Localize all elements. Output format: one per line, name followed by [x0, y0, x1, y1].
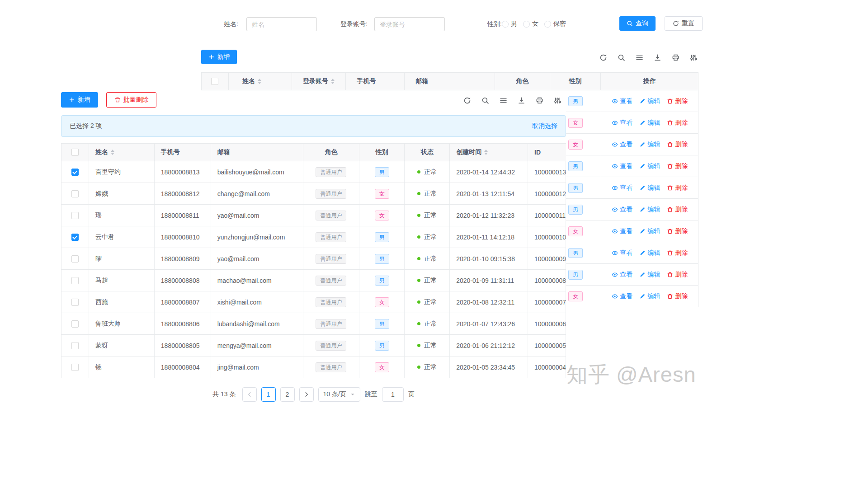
- account-input[interactable]: [374, 17, 445, 31]
- radio-option-secret[interactable]: 保密: [544, 20, 566, 28]
- edit-action[interactable]: 编辑: [639, 292, 660, 300]
- gender-tag: 女: [568, 140, 583, 150]
- delete-action[interactable]: 删除: [667, 271, 688, 279]
- delete-action[interactable]: 删除: [667, 141, 688, 149]
- col-account: 登录账号: [303, 77, 328, 85]
- radio-option-female[interactable]: 女: [523, 20, 538, 28]
- view-action[interactable]: 查看: [612, 206, 632, 214]
- row-checkbox[interactable]: [71, 320, 79, 328]
- select-all-checkbox[interactable]: [211, 78, 218, 85]
- delete-action[interactable]: 删除: [667, 227, 688, 235]
- action-label: 查看: [620, 227, 632, 235]
- row-checkbox[interactable]: [71, 190, 79, 197]
- view-action[interactable]: 查看: [612, 292, 632, 300]
- delete-action[interactable]: 删除: [667, 249, 688, 257]
- delete-action[interactable]: 删除: [667, 162, 688, 170]
- row-checkbox[interactable]: [71, 169, 79, 176]
- view-action[interactable]: 查看: [612, 249, 632, 257]
- table-row: 鲁班大师 18800008806 lubandashi@mail.com 普通用…: [61, 313, 566, 335]
- col-email: 邮箱: [405, 73, 495, 90]
- status-text: 正常: [424, 320, 437, 328]
- search-icon[interactable]: [481, 97, 489, 104]
- row-checkbox[interactable]: [71, 255, 79, 263]
- edit-action[interactable]: 编辑: [639, 227, 660, 235]
- print-icon[interactable]: [536, 97, 543, 104]
- row-actions: 查看编辑删除: [601, 220, 698, 242]
- row-checkbox[interactable]: [71, 364, 79, 371]
- cell-id: 100000008: [528, 270, 566, 291]
- row-checkbox[interactable]: [71, 299, 79, 306]
- radio-secret-icon[interactable]: [544, 21, 551, 28]
- delete-action[interactable]: 删除: [667, 97, 688, 105]
- delete-action[interactable]: 删除: [667, 292, 688, 300]
- edit-action[interactable]: 编辑: [639, 206, 660, 214]
- sort-icon[interactable]: [258, 79, 261, 84]
- print-icon[interactable]: [672, 54, 679, 61]
- edit-icon: [639, 206, 646, 213]
- edit-action[interactable]: 编辑: [639, 97, 660, 105]
- delete-action[interactable]: 删除: [667, 206, 688, 214]
- delete-action[interactable]: 删除: [667, 119, 688, 127]
- search-icon[interactable]: [618, 54, 625, 61]
- batch-delete-button[interactable]: 批量删除: [106, 92, 156, 108]
- sort-icon[interactable]: [331, 79, 335, 84]
- row-checkbox[interactable]: [71, 212, 79, 219]
- page-button-1[interactable]: 1: [261, 387, 276, 402]
- download-icon[interactable]: [518, 97, 525, 104]
- status-text: 正常: [424, 168, 437, 176]
- page-button-2[interactable]: 2: [280, 387, 295, 402]
- row-checkbox[interactable]: [71, 342, 79, 349]
- watermark: 知乎 @Aresn: [566, 361, 696, 389]
- cell-phone: 18800008807: [155, 291, 211, 313]
- action-label: 查看: [620, 184, 632, 192]
- action-label: 查看: [620, 249, 632, 257]
- refresh-icon[interactable]: [463, 97, 471, 104]
- edit-action[interactable]: 编辑: [639, 184, 660, 192]
- view-action[interactable]: 查看: [612, 271, 632, 279]
- view-action[interactable]: 查看: [612, 227, 632, 235]
- radio-female-icon[interactable]: [523, 21, 530, 28]
- view-action[interactable]: 查看: [612, 141, 632, 149]
- jump-input[interactable]: [382, 387, 404, 402]
- lines-icon[interactable]: [636, 54, 643, 61]
- view-action[interactable]: 查看: [612, 162, 632, 170]
- view-action[interactable]: 查看: [612, 184, 632, 192]
- edit-action[interactable]: 编辑: [639, 271, 660, 279]
- edit-action[interactable]: 编辑: [639, 249, 660, 257]
- add-button-label: 新增: [217, 53, 230, 61]
- radio-male-icon[interactable]: [502, 21, 509, 28]
- view-action[interactable]: 查看: [612, 119, 632, 127]
- add-button[interactable]: 新增: [61, 92, 98, 108]
- sort-icon[interactable]: [111, 150, 114, 155]
- sort-icon[interactable]: [484, 150, 488, 155]
- name-input[interactable]: [246, 17, 317, 31]
- reset-button[interactable]: 重置: [665, 16, 703, 31]
- edit-action[interactable]: 编辑: [639, 119, 660, 127]
- sliders-icon[interactable]: [554, 97, 561, 104]
- row-checkbox[interactable]: [71, 277, 79, 284]
- action-label: 编辑: [647, 97, 660, 105]
- refresh-icon[interactable]: [599, 54, 607, 61]
- page-size-select[interactable]: 10 条/页: [318, 387, 360, 402]
- edit-action[interactable]: 编辑: [639, 141, 660, 149]
- sliders-icon[interactable]: [690, 54, 698, 61]
- search-button[interactable]: 查询: [619, 16, 656, 31]
- delete-action[interactable]: 删除: [667, 184, 688, 192]
- edit-action[interactable]: 编辑: [639, 162, 660, 170]
- next-page-button[interactable]: [299, 387, 314, 402]
- prev-page-button[interactable]: [242, 387, 257, 402]
- gender-tag: 男: [568, 183, 583, 193]
- role-tag: 普通用户: [316, 362, 346, 372]
- clear-selection-link[interactable]: 取消选择: [532, 122, 557, 130]
- add-button[interactable]: 新增: [201, 50, 237, 64]
- radio-female-label: 女: [532, 20, 538, 28]
- view-action[interactable]: 查看: [612, 97, 632, 105]
- radio-secret-label: 保密: [553, 20, 566, 28]
- cell-phone: 18800008806: [155, 313, 211, 334]
- select-all-checkbox[interactable]: [71, 149, 79, 156]
- action-label: 删除: [675, 141, 688, 149]
- lines-icon[interactable]: [500, 97, 507, 104]
- radio-option-male[interactable]: 男: [502, 20, 517, 28]
- download-icon[interactable]: [654, 54, 661, 61]
- row-checkbox[interactable]: [71, 234, 79, 241]
